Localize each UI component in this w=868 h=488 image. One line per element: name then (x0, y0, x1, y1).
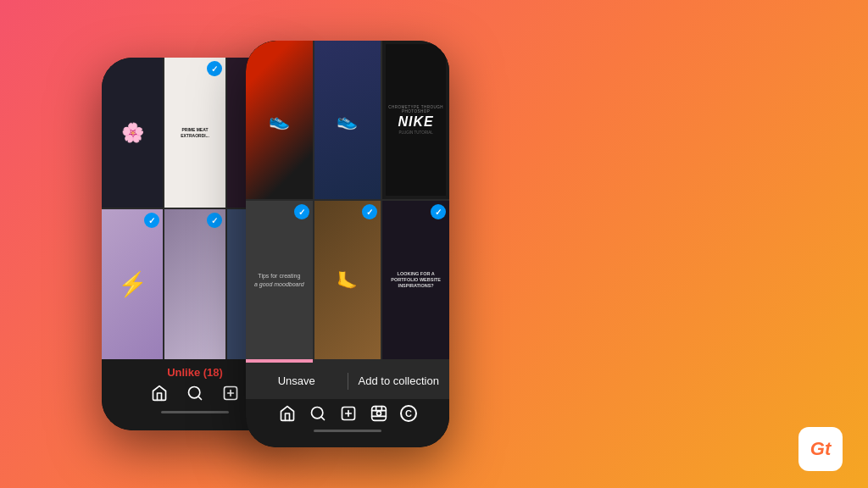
right-grid-cell-6[interactable]: LOOKING FOR APORTFOLIO WEBSITEINSPIRATIO… (382, 201, 449, 359)
check-badge-r4: ✓ (294, 204, 309, 219)
svg-line-6 (321, 417, 325, 420)
add-to-collection-button[interactable]: Add to collection (348, 363, 450, 399)
right-home-icon[interactable] (278, 404, 297, 423)
right-grid-cell-2[interactable]: 👟 (314, 41, 381, 199)
right-grid-cell-3[interactable]: CHROMETYPE THROUGH PHOTOSHOP NIKE PLUGIN… (382, 41, 449, 199)
phone-right: 👟 👟 CHROMETYPE THROUGH PHOTOSHOP NIKE PL… (246, 41, 449, 447)
reels-icon[interactable] (370, 404, 388, 423)
prime-meat-text: PRIME MEAT EXTRAORDI... (167, 125, 223, 140)
check-badge-4: ✓ (144, 213, 159, 228)
plugin-label: PLUGIN TUTORIAL (399, 130, 433, 135)
bottom-bar-right: C (246, 399, 449, 447)
check-badge-2: ✓ (207, 61, 222, 76)
home-indicator-left (161, 411, 229, 413)
grid-cell-5[interactable]: ✓ (164, 209, 225, 359)
grid-cell-2[interactable]: PRIME MEAT EXTRAORDI... ✓ (164, 58, 225, 208)
search-icon[interactable] (186, 384, 204, 402)
check-badge-r6: ✓ (431, 204, 446, 219)
grid-cell-1[interactable]: 🌸 (102, 58, 163, 208)
chrometype-label: CHROMETYPE THROUGH PHOTOSHOP (388, 105, 443, 114)
phones-container: 🌸 PRIME MEAT EXTRAORDI... ✓ ⚡ (0, 0, 868, 488)
nike-brand: NIKE (398, 114, 434, 130)
right-add-icon[interactable] (339, 404, 358, 423)
home-indicator-right (314, 430, 381, 432)
action-bar: Unsave Add to collection (246, 363, 449, 399)
right-grid-cell-1[interactable]: 👟 (246, 41, 313, 199)
phone-right-screen: 👟 👟 CHROMETYPE THROUGH PHOTOSHOP NIKE PL… (246, 41, 449, 447)
right-grid: 👟 👟 CHROMETYPE THROUGH PHOTOSHOP NIKE PL… (246, 41, 449, 359)
home-icon[interactable] (150, 384, 169, 402)
svg-point-11 (377, 412, 381, 416)
right-nav: C (278, 404, 417, 423)
check-badge-5: ✓ (207, 213, 222, 228)
add-icon[interactable] (221, 384, 240, 402)
grid-cell-4[interactable]: ⚡ ✓ (102, 209, 163, 359)
right-search-icon[interactable] (309, 404, 327, 423)
tips-text: Tips for creatinga good moodboard (254, 272, 304, 289)
profile-icon[interactable]: C (400, 405, 417, 422)
gl-logo: Gt (798, 427, 843, 471)
left-nav (150, 384, 240, 402)
unsave-button[interactable]: Unsave (246, 363, 348, 399)
unlike-text[interactable]: Unlike (18) (167, 366, 223, 379)
right-grid-cell-4[interactable]: Tips for creatinga good moodboard ✓ (246, 201, 313, 359)
right-grid-cell-5[interactable]: 🦶 ✓ (314, 201, 381, 359)
svg-line-1 (198, 396, 202, 400)
svg-rect-10 (372, 407, 387, 421)
portfolio-text: LOOKING FOR APORTFOLIO WEBSITEINSPIRATIO… (391, 271, 441, 289)
